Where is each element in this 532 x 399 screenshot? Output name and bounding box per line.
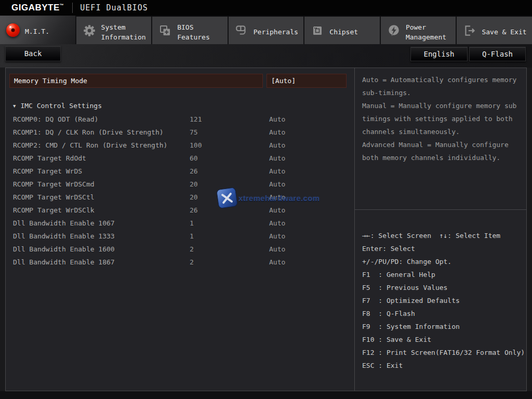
help-line: Auto = Automatically configures memory — [362, 73, 526, 86]
shortcut-line: F12 : Print Screen(FAT16/32 Format Only) — [362, 346, 526, 359]
tab-system-information[interactable]: System Information — [76, 17, 153, 44]
tab-label: System — [101, 22, 146, 32]
shortcut-line: F8 : Q-Flash — [362, 307, 526, 320]
setting-label: RCOMP1: DQ / CLK Ron (Drive Strength) — [13, 126, 164, 139]
bottom-strip — [0, 391, 532, 399]
setting-row[interactable]: RCOMP0: DQ ODT (Read) 121 Auto — [6, 113, 354, 126]
setting-row[interactable]: Dll Bandwidth Enable 1067 1 Auto — [6, 217, 354, 230]
help-line: timings with settings applied to both — [362, 112, 526, 125]
tab-save-exit[interactable]: Save & Exit — [457, 17, 532, 44]
shortcut-line: +/-/PU/PD: Change Opt. — [362, 255, 526, 268]
settings-rows: RCOMP0: DQ ODT (Read) 121 Auto RCOMP1: D… — [6, 113, 354, 269]
setting-mode: Auto — [269, 191, 285, 204]
mit-icon — [6, 23, 20, 37]
selected-setting[interactable]: Memory Timing Mode — [9, 74, 263, 88]
tab-label: Information — [101, 32, 146, 42]
product-title: UEFI DualBIOS — [80, 3, 148, 12]
header-divider — [72, 3, 73, 13]
help-line: Manual = Manually configure memory sub — [362, 99, 526, 112]
imc-section-header[interactable]: ▼IMC Control Settings — [13, 99, 102, 112]
shortcut-line: F9 : System Information — [362, 320, 526, 333]
setting-label: Dll Bandwidth Enable 1867 — [13, 256, 115, 269]
setting-label: Dll Bandwidth Enable 1067 — [13, 217, 115, 230]
help-panel: Auto = Automatically configures memory s… — [355, 68, 526, 391]
tab-peripherals[interactable]: Peripherals — [229, 17, 305, 44]
setting-value: 26 — [190, 204, 198, 217]
setting-value: 121 — [190, 113, 202, 126]
setting-label: RCOMP2: CMD / CTL Ron (Drive Strength) — [13, 139, 167, 152]
tab-bios-features[interactable]: BIOS Features — [152, 17, 229, 44]
selected-setting-value-text: [Auto] — [267, 77, 296, 85]
setting-value: 20 — [190, 191, 198, 204]
setting-mode: Auto — [269, 178, 285, 191]
help-line: Advanced Manual = Manually configure — [362, 138, 526, 151]
gear-icon — [83, 24, 96, 37]
setting-label: RCOMP Target RdOdt — [13, 152, 86, 165]
tab-power-management[interactable]: Power Management — [381, 17, 457, 44]
setting-label: RCOMP Target WrDSClk — [13, 204, 95, 217]
shortcut-line: →←: Select Screen ↑↓: Select Item — [362, 229, 526, 242]
section-title: IMC Control Settings — [20, 102, 102, 110]
setting-mode: Auto — [269, 217, 285, 230]
setting-value: 60 — [190, 152, 198, 165]
language-button[interactable]: English — [410, 47, 468, 61]
bios-features-icon — [158, 24, 172, 37]
tab-mit[interactable]: M.I.T. — [0, 16, 76, 44]
setting-row[interactable]: RCOMP Target WrDSClk 26 Auto — [6, 204, 354, 217]
setting-mode: Auto — [269, 165, 285, 178]
tab-bar: M.I.T. System Inform — [0, 16, 532, 44]
setting-value: 75 — [190, 126, 198, 139]
setting-mode: Auto — [269, 113, 285, 126]
shortcut-line: F1 : General Help — [362, 268, 526, 281]
tab-chipset[interactable]: Chipset — [304, 17, 381, 44]
shortcut-line: F7 : Optimized Defaults — [362, 294, 526, 307]
tab-label: Power — [406, 22, 446, 32]
top-bar: GIGABYTE™ UEFI DualBIOS — [0, 0, 532, 16]
setting-label: RCOMP Target WrDS — [13, 165, 82, 178]
setting-row[interactable]: RCOMP Target WrDSCtl 20 Auto — [6, 191, 354, 204]
setting-row[interactable]: Dll Bandwidth Enable 1867 2 Auto — [6, 256, 354, 269]
shortcut-line: ESC : Exit — [362, 359, 526, 372]
chip-icon — [311, 24, 324, 37]
setting-value: 1 — [190, 230, 194, 243]
shortcut-line: Enter: Select — [362, 242, 526, 255]
setting-row[interactable]: RCOMP Target WrDS 26 Auto — [6, 165, 354, 178]
tab-label: Save & Exit — [482, 27, 526, 37]
setting-value: 1 — [190, 217, 194, 230]
setting-row[interactable]: RCOMP Target WrDSCmd 20 Auto — [6, 178, 354, 191]
setting-row[interactable]: RCOMP2: CMD / CTL Ron (Drive Strength) 1… — [6, 139, 354, 152]
back-button[interactable]: Back — [5, 46, 61, 61]
setting-row[interactable]: Dll Bandwidth Enable 1600 2 Auto — [6, 243, 354, 256]
setting-mode: Auto — [269, 139, 285, 152]
setting-mode: Auto — [269, 256, 285, 269]
gigabyte-logo: GIGABYTE™ — [11, 3, 64, 13]
collapse-arrow-icon: ▼ — [13, 103, 16, 109]
tab-label: Features — [177, 32, 210, 42]
setting-row[interactable]: RCOMP1: DQ / CLK Ron (Drive Strength) 75… — [6, 126, 354, 139]
main-content: Memory Timing Mode [Auto] ▼IMC Control S… — [5, 68, 527, 391]
setting-label: Dll Bandwidth Enable 1600 — [13, 243, 115, 256]
setting-value: 2 — [190, 243, 194, 256]
power-icon — [387, 24, 401, 37]
setting-row[interactable]: RCOMP Target RdOdt 60 Auto — [6, 152, 354, 165]
setting-mode: Auto — [269, 243, 285, 256]
setting-row[interactable]: Dll Bandwidth Enable 1333 1 Auto — [6, 230, 354, 243]
settings-panel: Memory Timing Mode [Auto] ▼IMC Control S… — [6, 68, 355, 391]
mouse-icon — [235, 24, 248, 37]
item-help-text: Auto = Automatically configures memory s… — [355, 68, 526, 210]
keyboard-shortcuts: →←: Select Screen ↑↓: Select Item Enter:… — [355, 210, 526, 391]
setting-label: RCOMP Target WrDSCmd — [13, 178, 95, 191]
setting-mode: Auto — [269, 204, 285, 217]
setting-value: 2 — [190, 256, 194, 269]
tab-label: M.I.T. — [25, 26, 49, 36]
sub-bar: Back English Q-Flash — [0, 44, 532, 68]
selected-setting-label: Memory Timing Mode — [10, 77, 87, 85]
setting-value: 100 — [190, 139, 202, 152]
exit-icon — [463, 24, 476, 37]
qflash-button[interactable]: Q-Flash — [469, 47, 526, 61]
setting-mode: Auto — [269, 230, 285, 243]
selected-setting-value[interactable]: [Auto] — [267, 74, 347, 88]
help-line: sub-timings. — [362, 86, 526, 99]
shortcut-line: F5 : Previous Values — [362, 281, 526, 294]
tab-label: BIOS — [177, 22, 210, 32]
